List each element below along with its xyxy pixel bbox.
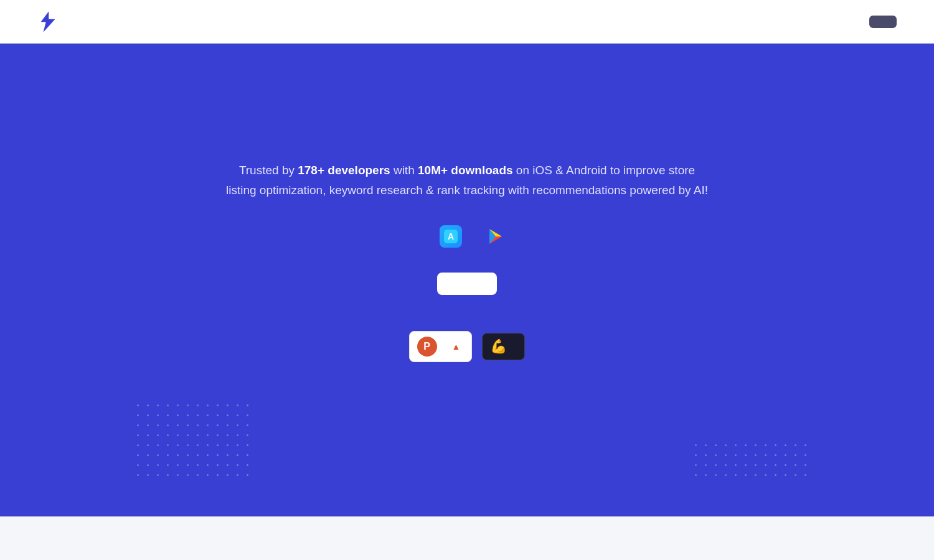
scroll-top-button[interactable] — [882, 483, 909, 510]
hero-bold-devs: 178+ developers — [298, 164, 390, 177]
gplay-icon — [484, 225, 507, 248]
dots-left: const dl = document.querySelector('.dots… — [137, 404, 252, 479]
svg-text:A: A — [448, 231, 454, 241]
bottom-section — [0, 516, 934, 560]
sign-up-button[interactable] — [869, 16, 897, 28]
ios-icon: A — [440, 225, 462, 248]
product-hunt-icon: P — [417, 337, 437, 357]
navbar — [0, 0, 934, 44]
supports-row: A — [422, 225, 512, 248]
badges-row: P ▲ 💪 — [409, 331, 526, 362]
gplay-badge — [484, 225, 512, 248]
ai-badge[interactable]: 💪 — [482, 333, 525, 360]
navbar-right — [857, 16, 897, 28]
product-hunt-badge[interactable]: P ▲ — [409, 331, 473, 362]
navbar-left — [37, 11, 66, 33]
ph-arrow-icon: ▲ — [452, 342, 461, 352]
ios-badge: A — [440, 225, 467, 248]
logo-icon — [37, 11, 60, 33]
hero-bold-downloads: 10M+ downloads — [418, 164, 513, 177]
ai-icon: 💪 — [490, 338, 507, 355]
hero-section: Trusted by 178+ developers with 10M+ dow… — [0, 44, 934, 516]
signup-button[interactable] — [437, 273, 497, 295]
hero-subtitle: Trusted by 178+ developers with 10M+ dow… — [224, 161, 710, 201]
dots-right: const dr = document.querySelector('.dots… — [695, 444, 809, 479]
